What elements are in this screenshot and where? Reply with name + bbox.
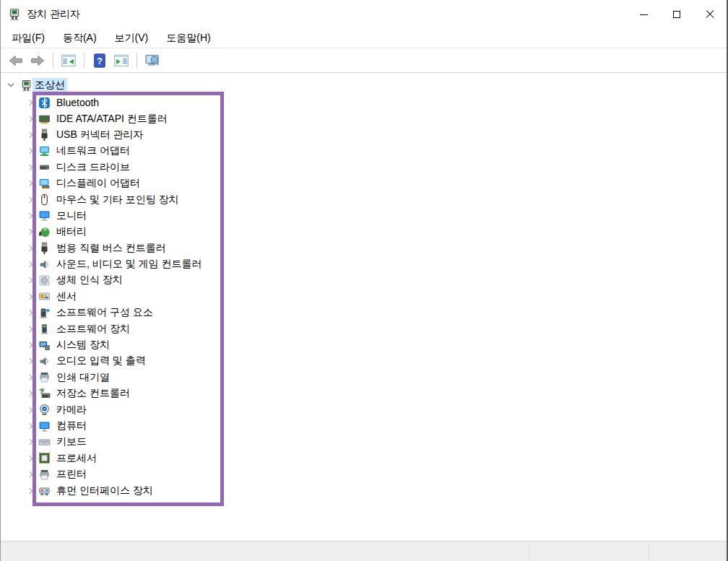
tree-item[interactable]: 휴먼 인터페이스 장치 <box>1 482 727 498</box>
tree-item[interactable]: Bluetooth <box>1 95 727 110</box>
properties-button[interactable] <box>111 51 131 71</box>
back-button[interactable] <box>6 51 26 71</box>
toolbar: ? <box>1 48 727 73</box>
show-console-tree-button[interactable] <box>58 51 79 71</box>
chevron-right-icon[interactable] <box>27 165 32 170</box>
tree-item-label: 범용 직렬 버스 컨트롤러 <box>56 242 166 255</box>
tree-item[interactable]: 컴퓨터 <box>1 418 727 434</box>
battery-icon <box>38 226 51 238</box>
device-manager-icon <box>8 8 21 21</box>
hid-icon <box>38 484 51 497</box>
chevron-right-icon[interactable] <box>27 407 32 413</box>
tree-root-computer[interactable]: 조상선 <box>1 77 727 93</box>
tree-item-label: 컴퓨터 <box>56 419 87 432</box>
chevron-right-icon[interactable] <box>27 391 32 396</box>
tree-item[interactable]: 배터리 <box>1 224 727 240</box>
chevron-right-icon[interactable] <box>27 471 32 477</box>
chevron-right-icon[interactable] <box>27 375 32 380</box>
tree-item[interactable]: 모니터 <box>1 208 727 224</box>
tree-item-label: Bluetooth <box>56 97 99 108</box>
tree-item[interactable]: 디스크 드라이브 <box>1 160 727 175</box>
tree-item[interactable]: 저장소 컨트롤러 <box>1 386 727 401</box>
menu-item[interactable]: 보기(V) <box>108 30 155 47</box>
menu-bar: 파일(F) 동작(A) 보기(V) 도움말(H) <box>1 29 727 48</box>
chevron-right-icon[interactable] <box>27 100 32 105</box>
tree-item[interactable]: 인쇄 대기열 <box>1 370 727 386</box>
tree-item[interactable]: IDE ATA/ATAPI 컨트롤러 <box>1 110 727 126</box>
chevron-right-icon[interactable] <box>27 423 32 429</box>
device-tree-list: Bluetooth IDE ATA/ATAPI 컨트롤러 USB 커넥터 관리자… <box>1 95 727 499</box>
tree-item[interactable]: 소프트웨어 구성 요소 <box>1 305 727 321</box>
maximize-icon <box>673 11 680 18</box>
minimize-icon <box>640 14 648 15</box>
chevron-right-icon[interactable] <box>27 488 32 494</box>
tree-item[interactable]: 시스템 장치 <box>1 337 727 353</box>
bottom-strip <box>1 541 727 561</box>
chevron-right-icon[interactable] <box>27 277 32 283</box>
biometric-icon <box>38 274 51 287</box>
keyboard-icon <box>38 436 51 448</box>
tree-item[interactable]: 사운드, 비디오 및 게임 컨트롤러 <box>1 256 727 272</box>
chevron-right-icon[interactable] <box>27 132 32 138</box>
chevron-right-icon[interactable] <box>27 261 32 267</box>
tree-item[interactable]: USB 커넥터 관리자 <box>1 127 727 143</box>
printer-icon <box>38 469 51 481</box>
tree-item[interactable]: 키보드 <box>1 434 727 450</box>
tree-item[interactable]: 마우스 및 기타 포인팅 장치 <box>1 191 727 207</box>
tree-item[interactable]: 네트워크 어댑터 <box>1 143 727 159</box>
svg-text:?: ? <box>97 55 103 66</box>
help-button[interactable]: ? <box>90 51 110 71</box>
chevron-down-icon[interactable] <box>8 82 14 88</box>
chevron-right-icon[interactable] <box>27 439 32 445</box>
disk-drive-icon <box>38 161 51 173</box>
mouse-icon <box>38 193 51 206</box>
tree-item-label: 디스플레이 어댑터 <box>56 177 140 190</box>
chevron-right-icon[interactable] <box>27 229 32 235</box>
network-adapter-icon <box>38 145 51 157</box>
chevron-right-icon[interactable] <box>27 116 32 122</box>
chevron-right-icon[interactable] <box>27 310 32 316</box>
device-tree: 조상선 Bluetooth IDE ATA/ATAPI 컨트롤러 USB 커넥터… <box>1 73 727 541</box>
chevron-right-icon[interactable] <box>27 294 32 300</box>
tree-item[interactable]: 오디오 입력 및 출력 <box>1 353 727 369</box>
tree-item[interactable]: 범용 직렬 버스 컨트롤러 <box>1 240 727 256</box>
chevron-right-icon[interactable] <box>27 181 32 186</box>
tree-item-label: IDE ATA/ATAPI 컨트롤러 <box>56 113 168 126</box>
sound-controller-icon <box>38 258 51 271</box>
tree-item[interactable]: 프로세서 <box>1 451 727 466</box>
close-button[interactable] <box>693 0 727 29</box>
tree-item[interactable]: 카메라 <box>1 401 727 417</box>
forward-button[interactable] <box>27 51 48 71</box>
toolbar-separator <box>136 53 137 69</box>
device-manager-icon <box>20 79 32 92</box>
tree-item[interactable]: 디스플레이 어댑터 <box>1 175 727 191</box>
scan-hardware-button[interactable] <box>142 51 162 71</box>
minimize-button[interactable] <box>627 0 660 29</box>
chevron-right-icon[interactable] <box>27 342 32 348</box>
tree-root-label: 조상선 <box>32 78 67 92</box>
chevron-right-icon[interactable] <box>27 148 32 154</box>
chevron-right-icon[interactable] <box>27 456 32 461</box>
menu-item[interactable]: 동작(A) <box>56 30 103 47</box>
tree-item-label: 휴먼 인터페이스 장치 <box>56 484 153 497</box>
device-manager-window: { "window": { "title": "장치 관리자", "icon":… <box>0 0 728 561</box>
maximize-button[interactable] <box>660 0 693 29</box>
menu-item[interactable]: 파일(F) <box>5 30 51 47</box>
chevron-right-icon[interactable] <box>27 213 32 219</box>
tree-item[interactable]: 프린터 <box>1 466 727 482</box>
chevron-right-icon[interactable] <box>27 245 32 251</box>
chevron-right-icon[interactable] <box>27 326 32 332</box>
chevron-right-icon[interactable] <box>27 197 32 203</box>
tree-item-label: 오디오 입력 및 출력 <box>56 355 146 368</box>
storage-controller-icon <box>38 388 51 400</box>
window-title: 장치 관리자 <box>27 8 80 21</box>
menu-item[interactable]: 도움말(H) <box>160 30 217 47</box>
toolbar-separator <box>53 53 53 69</box>
chevron-right-icon[interactable] <box>27 358 32 364</box>
strip-divider <box>529 543 529 561</box>
tree-item[interactable]: 소프트웨어 장치 <box>1 321 727 336</box>
processor-icon <box>38 452 51 464</box>
tree-item[interactable]: 센서 <box>1 289 727 305</box>
tree-item[interactable]: 생체 인식 장치 <box>1 272 727 288</box>
software-device-icon <box>38 323 51 335</box>
